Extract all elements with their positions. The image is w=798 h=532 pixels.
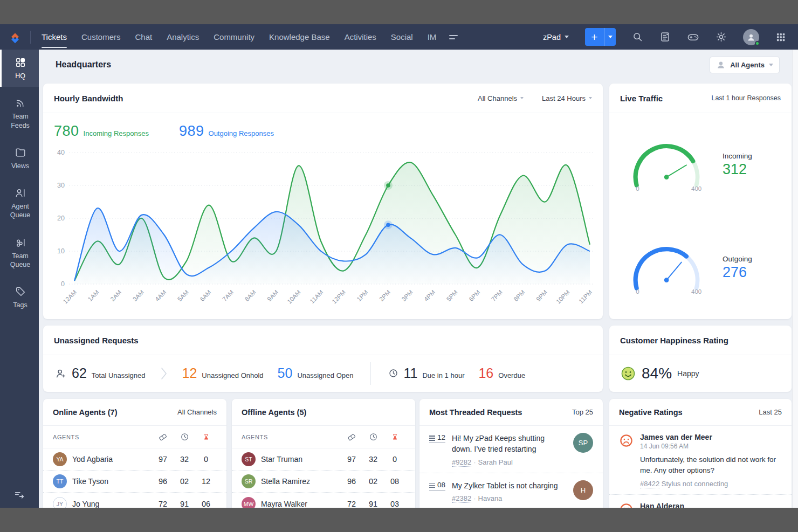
nav-right-cluster: zPad + <box>543 28 798 46</box>
agent-tickets-count: 97 <box>341 455 362 464</box>
agent-name: Jo Yung <box>72 500 99 508</box>
user-avatar[interactable] <box>743 29 759 45</box>
avatar: TT <box>53 474 67 488</box>
most-threaded-filter[interactable]: Top 25 <box>572 408 593 416</box>
product-logo[interactable] <box>0 30 30 44</box>
rating-body: Han Alderan <box>640 502 782 508</box>
svg-text:4PM: 4PM <box>423 289 436 302</box>
left-sidebar: HQTeam FeedsViewsAgent QueueTeam QueueTa… <box>0 50 39 508</box>
due-in-1-hour-stat[interactable]: 11 Due in 1 hour <box>388 365 464 381</box>
agent-name: Stella Ramirez <box>261 477 310 486</box>
sidebar-collapse-icon[interactable] <box>0 482 39 508</box>
agent-row[interactable]: TTTike Tyson960212 <box>43 471 226 493</box>
sidebar-item-views[interactable]: Views <box>0 140 39 177</box>
agent-row[interactable]: JYJo Yung729106 <box>43 493 226 508</box>
tag-icon <box>15 286 26 298</box>
happiness-rating-card: Customer Happiness Rating 84% Happy <box>609 326 792 392</box>
ticket-id-link[interactable]: #9282 <box>452 458 471 467</box>
nav-more-icon[interactable] <box>449 35 458 39</box>
sidebar-item-agent-queue[interactable]: Agent Queue <box>0 180 39 226</box>
negative-ratings-filter[interactable]: Last 25 <box>759 408 782 416</box>
unassigned-requests-header: Unassigned Requests <box>43 326 603 355</box>
nav-item-customers[interactable]: Customers <box>81 24 121 50</box>
agent-row[interactable]: YAYod Agbaria97320 <box>43 448 226 471</box>
outgoing-total: 989 <box>179 123 204 140</box>
top-navbar: TicketsCustomersChatAnalyticsCommunityKn… <box>0 24 798 50</box>
agent-row[interactable]: MWMayra Walker729103 <box>232 493 415 508</box>
bandwidth-stats: 780 Incoming Responses 989 Outgoing Resp… <box>43 113 603 140</box>
meta-separator: · <box>473 494 476 502</box>
sidebar-item-hq[interactable]: HQ <box>0 50 39 87</box>
sidebar-item-team-feeds[interactable]: Team Feeds <box>0 90 39 136</box>
agent-identity: TTTike Tyson <box>53 474 152 488</box>
agent-identity: STStar Truman <box>242 452 341 466</box>
gamescope-icon[interactable] <box>687 31 699 43</box>
customer-name: Han Alderan <box>640 502 782 508</box>
unassigned-onhold-stat[interactable]: 12 Unassigned Onhold <box>182 365 264 381</box>
nav-item-knowledge-base[interactable]: Knowledge Base <box>269 24 330 50</box>
nav-item-activities[interactable]: Activities <box>345 24 376 50</box>
threaded-request-item[interactable]: 12Hi! My zPad Keeps shutting down. I’ve … <box>419 426 603 473</box>
thread-lines-icon <box>429 483 435 488</box>
outgoing-gauge-value: 276 <box>723 264 752 281</box>
nav-item-community[interactable]: Community <box>214 24 254 50</box>
add-new-button[interactable]: + <box>585 28 616 46</box>
feeds-icon <box>15 97 26 109</box>
nav-item-chat[interactable]: Chat <box>135 24 152 50</box>
all-agents-dropdown[interactable]: All Agents <box>710 57 780 73</box>
agent-tickets-count: 72 <box>152 500 174 508</box>
incoming-label: Incoming Responses <box>84 129 149 137</box>
threaded-request-item[interactable]: 08My Zylker Tablet is not charging#2382·… <box>419 473 603 508</box>
incoming-responses-stat: 780 Incoming Responses <box>54 123 149 140</box>
team-queue-icon <box>15 237 26 248</box>
unassigned-open-stat[interactable]: 50 Unassigned Open <box>278 365 354 381</box>
search-icon[interactable] <box>632 31 643 43</box>
sidebar-item-label: Team Queue <box>3 252 37 270</box>
ticket-id-link[interactable]: #2382 <box>452 494 471 503</box>
online-agents-channel-filter[interactable]: All Channels <box>177 408 217 416</box>
agent-row[interactable]: STStar Truman97320 <box>232 448 415 471</box>
chevron-right-icon <box>160 367 168 381</box>
nav-item-analytics[interactable]: Analytics <box>167 24 199 50</box>
hourly-bandwidth-header: Hourly Bandwidth All Channels Last 24 Ho… <box>43 84 603 113</box>
time-range-dropdown[interactable]: Last 24 Hours <box>542 94 592 102</box>
svg-text:2AM: 2AM <box>109 289 122 302</box>
bandwidth-area-chart[interactable]: 01020304012AM1AM2AM3AM4AM5AM6AM7AM8AM9AM… <box>43 140 603 318</box>
release-notes-icon[interactable] <box>659 31 671 43</box>
negative-rating-item[interactable]: James van der Meer14 Jun 09:56 AMUnfortu… <box>609 426 792 495</box>
overdue-stat[interactable]: 16 Overdue <box>478 365 525 381</box>
happiness-rating-header: Customer Happiness Rating <box>609 326 792 355</box>
add-new-dropdown[interactable] <box>604 28 616 46</box>
rating-body: James van der Meer14 Jun 09:56 AMUnfortu… <box>640 433 782 488</box>
nav-item-social[interactable]: Social <box>391 24 413 50</box>
negative-ratings-card: Negative Ratings Last 25 James van der M… <box>609 399 792 508</box>
vertical-scrollbar[interactable] <box>792 50 798 508</box>
unassigned-requests-card: Unassigned Requests 62 Total Unassigned … <box>43 326 603 392</box>
sidebar-item-team-queue[interactable]: Team Queue <box>0 230 39 276</box>
dashboard-content: Headquarters All Agents Hourly Bandwidth… <box>39 50 798 508</box>
sidebar-item-label: Agent Queue <box>3 202 37 220</box>
ticket-id-link[interactable]: #8422 <box>640 480 659 488</box>
nav-item-im[interactable]: IM <box>428 24 437 50</box>
gauge-outgoing: 0400Outgoing276 <box>609 216 792 319</box>
hourly-bandwidth-card: Hourly Bandwidth All Channels Last 24 Ho… <box>43 84 603 319</box>
svg-text:8AM: 8AM <box>244 289 257 302</box>
incoming-gauge: 0400 <box>619 136 717 194</box>
nav-item-tickets[interactable]: Tickets <box>42 24 67 50</box>
settings-gear-icon[interactable] <box>716 31 727 43</box>
channels-filter-dropdown[interactable]: All Channels <box>478 94 524 102</box>
sidebar-item-label: HQ <box>3 72 37 80</box>
agent-name: Mayra Walker <box>261 500 307 508</box>
online-agents-table-header: AGENTS <box>43 426 226 448</box>
apps-grid-icon[interactable] <box>775 32 786 43</box>
sidebar-item-tags[interactable]: Tags <box>0 279 39 316</box>
svg-text:400: 400 <box>691 288 701 295</box>
negative-rating-item[interactable]: Han Alderan <box>609 495 792 508</box>
request-meta: #9282·Sarah Paul <box>452 458 567 466</box>
svg-text:6AM: 6AM <box>199 289 212 302</box>
department-dropdown[interactable]: zPad <box>543 33 569 42</box>
request-meta: #2382·Havana <box>452 494 567 502</box>
agent-handling-time: 02 <box>174 477 195 486</box>
total-unassigned-stat[interactable]: 62 Total Unassigned <box>55 365 146 381</box>
agent-row[interactable]: SRStella Ramirez960208 <box>232 471 415 493</box>
